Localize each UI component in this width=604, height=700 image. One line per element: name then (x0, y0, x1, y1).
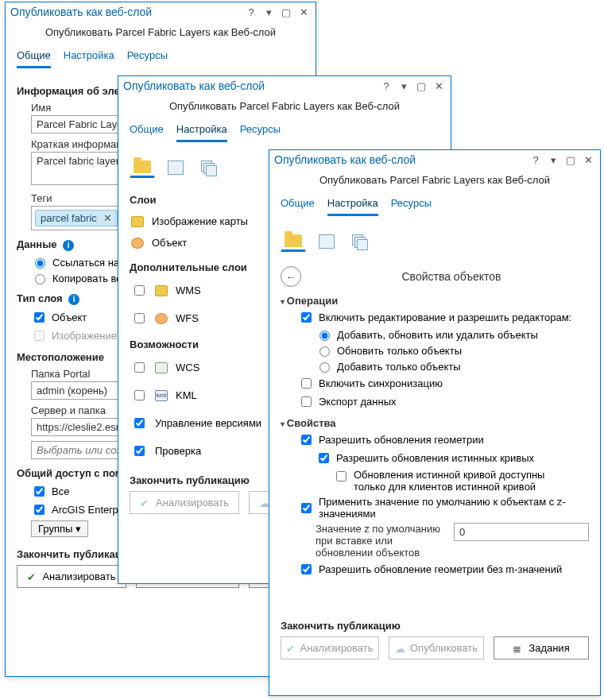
window-title: Опубликовать как веб-слой (10, 6, 152, 18)
check-geom-updates[interactable]: Разрешить обновления геометрии (298, 432, 589, 447)
help-icon[interactable]: ? (379, 80, 393, 92)
analyze-button: ✔Анализировать (130, 491, 239, 514)
window-buttons: ? ▾ ▢ ✕ (379, 80, 446, 92)
mapimage-icon (131, 216, 144, 227)
stack-icon (352, 234, 368, 249)
data-title: Данные (17, 238, 57, 250)
chevron-down-icon: ▾ (76, 523, 81, 535)
window-subheader: Опубликовать Parcel Fabric Layers как Ве… (269, 169, 600, 194)
check-sync[interactable]: Включить синхронизацию (298, 376, 589, 391)
window-title: Опубликовать как веб-слой (274, 153, 416, 166)
tag-chip: parcel fabric ✕ (35, 210, 118, 226)
radio-update-only[interactable]: Обновить только объекты (316, 344, 589, 357)
stack-tab-icon[interactable] (196, 157, 222, 178)
window-buttons: ? ▾ ▢ ✕ (528, 154, 595, 166)
section-finish: Закончить публикацию (281, 620, 589, 632)
minimize-icon[interactable]: ▾ (261, 6, 276, 18)
tab-config[interactable]: Настройка (327, 194, 378, 216)
analyze-button: ✔Анализировать (281, 636, 379, 659)
close-icon[interactable]: ✕ (432, 80, 446, 92)
tab-config[interactable]: Настройка (64, 46, 114, 68)
check-apply-z[interactable]: Применить значение по умолчанию к объект… (298, 496, 589, 520)
check-icon: ✔ (27, 571, 37, 582)
close-icon[interactable]: ✕ (296, 6, 311, 18)
props-header: ← Свойства объектов (281, 266, 589, 287)
tab-general[interactable]: Общие (281, 194, 315, 216)
tag-remove-icon[interactable]: ✕ (103, 212, 112, 224)
minimize-icon[interactable]: ▾ (397, 80, 411, 92)
window-subheader: Опубликовать Parcel Fabric Layers как Ве… (6, 21, 316, 46)
window-config-featureprops: Опубликовать как веб-слой ? ▾ ▢ ✕ Опубли… (269, 149, 601, 696)
info-icon[interactable]: i (63, 240, 74, 251)
tag-text: parcel fabric (41, 212, 97, 224)
tab-resources[interactable]: Ресурсы (127, 46, 168, 68)
back-button[interactable]: ← (281, 266, 301, 287)
tab-resources[interactable]: Ресурсы (391, 194, 432, 216)
section-operations[interactable]: Операции (281, 295, 589, 307)
publish-button: ☁Опубликовать (389, 636, 484, 659)
tab-config[interactable]: Настройка (176, 120, 227, 142)
close-icon[interactable]: ✕ (581, 154, 595, 166)
minimize-icon[interactable]: ▾ (546, 154, 560, 166)
tabs: Общие Настройка Ресурсы (118, 120, 451, 143)
titlebar: Опубликовать как веб-слой ? ▾ ▢ ✕ (118, 76, 451, 95)
cloud-icon: ☁ (395, 643, 405, 654)
titlebar: Опубликовать как веб-слой ? ▾ ▢ ✕ (269, 150, 600, 169)
folder-icon (134, 160, 151, 173)
grid-icon (319, 234, 335, 249)
check-enable-editing[interactable]: Включить редактирование и разрешить реда… (298, 310, 589, 325)
stack-icon (201, 160, 217, 175)
section-properties[interactable]: Свойства (281, 417, 589, 429)
grid-tab-icon[interactable] (314, 231, 339, 252)
radio-add-only[interactable]: Добавить только объекты (316, 360, 589, 373)
radio-add-update-delete[interactable]: Добавить, обновить или удалить объекты (316, 328, 589, 341)
folder-tab-icon[interactable] (281, 231, 306, 252)
props-title: Свойства объектов (314, 270, 589, 283)
restore-icon[interactable]: ▢ (279, 6, 293, 18)
titlebar: Опубликовать как веб-слой ? ▾ ▢ ✕ (6, 2, 316, 21)
groups-button[interactable]: Группы▾ (31, 520, 88, 537)
layertype-title: Тип слоя (17, 292, 63, 304)
list-icon: ≣ (513, 643, 524, 654)
grid-icon (168, 160, 184, 175)
featureprops-body: ← Свойства объектов Операции Включить ре… (269, 217, 600, 669)
folder-tab-icon[interactable] (130, 157, 155, 178)
tabs: Общие Настройка Ресурсы (269, 194, 600, 217)
z-default-input[interactable] (454, 523, 589, 541)
config-iconrow (281, 225, 589, 260)
check-true-curves-clients[interactable]: Обновления истинной кривой доступны толь… (333, 469, 589, 493)
check-icon: ✔ (286, 643, 295, 654)
help-icon[interactable]: ? (528, 154, 543, 166)
help-icon[interactable]: ? (244, 6, 258, 18)
jobs-button[interactable]: ≣Задания (494, 636, 589, 659)
restore-icon[interactable]: ▢ (414, 80, 428, 92)
info-icon[interactable]: i (68, 294, 79, 305)
stack-tab-icon[interactable] (347, 231, 373, 252)
feature-icon (131, 238, 144, 249)
check-true-curves[interactable]: Разрешить обновления истинных кривых (316, 451, 589, 466)
tab-general[interactable]: Общие (130, 120, 164, 142)
tab-resources[interactable]: Ресурсы (240, 120, 281, 142)
wms-icon (155, 285, 168, 296)
window-subheader: Опубликовать Parcel Fabric Layers как Ве… (118, 95, 451, 120)
check-icon: ✔ (140, 497, 151, 509)
wcs-icon (155, 362, 168, 373)
folder-icon (285, 234, 302, 247)
grid-tab-icon[interactable] (163, 157, 188, 178)
check-export[interactable]: Экспорт данных (298, 394, 589, 409)
window-title: Опубликовать как веб-слой (123, 79, 265, 92)
kml-icon: kml (155, 390, 168, 401)
analyze-button[interactable]: ✔Анализировать (17, 565, 126, 588)
finish-buttons: ✔Анализировать ☁Опубликовать ≣Задания (281, 636, 589, 659)
wfs-icon (155, 313, 168, 324)
tabs: Общие Настройка Ресурсы (6, 46, 316, 69)
z-default-row: Значение z по умолчанию при вставке или … (316, 523, 589, 559)
restore-icon[interactable]: ▢ (563, 154, 578, 166)
tab-general[interactable]: Общие (17, 46, 51, 68)
window-buttons: ? ▾ ▢ ✕ (244, 6, 311, 18)
check-allow-no-m[interactable]: Разрешить обновление геометрии без m-зна… (298, 562, 589, 577)
z-default-label: Значение z по умолчанию при вставке или … (316, 523, 444, 559)
